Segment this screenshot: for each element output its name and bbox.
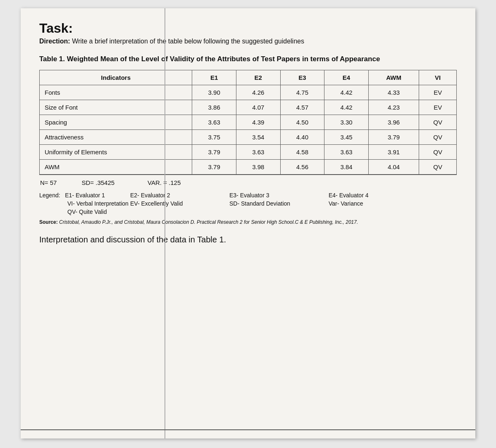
col-header-e4: E4	[324, 70, 369, 85]
source-label: Source:	[39, 219, 59, 225]
cell-r3-c4: 3.45	[324, 129, 369, 144]
cell-r5-c6: QV	[419, 159, 457, 175]
page: Task: Direction: Write a brief interpret…	[21, 8, 475, 438]
direction-text: Direction: Write a brief interpretation …	[39, 38, 457, 45]
cell-r2-c1: 3.63	[192, 115, 236, 129]
stat-var: VAR. = .125	[148, 179, 181, 186]
direction-content: Write a brief interpretation of the tabl…	[72, 38, 304, 45]
cell-r0-c6: EV	[419, 85, 457, 100]
col-header-vi: VI	[419, 70, 457, 85]
table-row: AWM3.793.984.563.844.04QV	[40, 159, 457, 175]
cell-r0-c4: 4.42	[324, 85, 369, 100]
table-title: Table 1. Weighted Mean of the Level of V…	[39, 54, 457, 64]
source-text: Source: Cristobal, Amaudio P.Jr., and Cr…	[39, 219, 457, 225]
cell-r0-c2: 4.26	[236, 85, 280, 100]
table-header-row: Indicators E1 E2 E3 E4 AWM VI	[40, 70, 457, 85]
cell-r1-c4: 4.42	[324, 100, 369, 115]
legend-row-2: VI- Verbal Interpretation EV- Excellentl…	[39, 200, 457, 207]
col-header-indicators: Indicators	[40, 70, 192, 85]
cell-r4-c6: QV	[419, 144, 457, 159]
legend-vi: VI- Verbal Interpretation	[39, 200, 130, 207]
cell-r2-c0: Spacing	[40, 115, 192, 129]
col-header-e3: E3	[280, 70, 324, 85]
cell-r3-c2: 3.54	[236, 129, 280, 144]
legend-section: Legend: E1- Evaluator 1 E2- Evaluator 2 …	[39, 192, 457, 215]
stat-n: N= 57	[40, 179, 57, 186]
cell-r5-c3: 4.56	[280, 159, 324, 175]
cell-r3-c3: 4.40	[280, 129, 324, 144]
cell-r4-c5: 3.91	[368, 144, 419, 159]
col-header-e1: E1	[192, 70, 236, 85]
source-content: Cristobal, Amaudio P.Jr., and Cristobal,…	[59, 219, 358, 225]
legend-e3: E3- Evaluator 3	[229, 192, 312, 199]
cell-r5-c4: 3.84	[324, 159, 369, 175]
cell-r2-c6: QV	[419, 115, 457, 129]
cell-r0-c3: 4.75	[280, 85, 324, 100]
stats-row: N= 57 SD= .35425 VAR. = .125	[39, 179, 457, 186]
cell-r5-c2: 3.98	[236, 159, 280, 175]
table-row: Fonts3.904.264.754.424.33EV	[40, 85, 457, 100]
cell-r1-c3: 4.57	[280, 100, 324, 115]
legend-e4: E4- Evaluator 4	[329, 192, 411, 199]
legend-sd: SD- Standard Deviation	[229, 200, 312, 207]
cell-r5-c1: 3.79	[192, 159, 236, 175]
cell-r4-c3: 4.58	[280, 144, 324, 159]
cell-r4-c1: 3.79	[192, 144, 236, 159]
table-row: Spacing3.634.394.503.303.96QV	[40, 115, 457, 129]
cell-r2-c5: 3.96	[368, 115, 419, 129]
col-header-e2: E2	[236, 70, 280, 85]
col-header-awm: AWM	[368, 70, 419, 85]
legend-row-1: Legend: E1- Evaluator 1 E2- Evaluator 2 …	[39, 192, 457, 199]
direction-label: Direction:	[39, 38, 70, 45]
cell-r5-c5: 4.04	[368, 159, 419, 175]
legend-ev: EV- Excellently Valid	[130, 200, 213, 207]
cell-r1-c1: 3.86	[192, 100, 236, 115]
main-table: Indicators E1 E2 E3 E4 AWM VI Fonts3.904…	[39, 70, 457, 175]
cell-r3-c1: 3.75	[192, 129, 236, 144]
stat-sd: SD= .35425	[81, 179, 114, 186]
legend-var: Var- Variance	[329, 200, 411, 207]
cell-r4-c0: Uniformity of Elements	[40, 144, 192, 159]
bottom-line	[21, 429, 475, 430]
cell-r1-c5: 4.23	[368, 100, 419, 115]
legend-qv: QV- Quite Valid	[39, 208, 130, 215]
table-row: Attractiveness3.753.544.403.453.79QV	[40, 129, 457, 144]
cell-r3-c5: 3.79	[368, 129, 419, 144]
cell-r3-c6: QV	[419, 129, 457, 144]
task-title: Task:	[39, 21, 457, 36]
cell-r0-c5: 4.33	[368, 85, 419, 100]
cell-r1-c2: 4.07	[236, 100, 280, 115]
table-row: Size of Font3.864.074.574.424.23EV	[40, 100, 457, 115]
cell-r0-c1: 3.90	[192, 85, 236, 100]
legend-e2: E2- Evaluator 2	[130, 192, 213, 199]
cell-r2-c2: 4.39	[236, 115, 280, 129]
cell-r2-c3: 4.50	[280, 115, 324, 129]
cell-r4-c2: 3.63	[236, 144, 280, 159]
cell-r1-c0: Size of Font	[40, 100, 192, 115]
legend-label: Legend: E1- Evaluator 1	[39, 192, 130, 199]
cell-r2-c4: 3.30	[324, 115, 369, 129]
cell-r3-c0: Attractiveness	[40, 129, 192, 144]
cell-r5-c0: AWM	[40, 159, 192, 175]
table-row: Uniformity of Elements3.793.634.583.633.…	[40, 144, 457, 159]
interpretation-title: Interpretation and discussion of the dat…	[39, 235, 457, 244]
cell-r0-c0: Fonts	[40, 85, 192, 100]
cell-r4-c4: 3.63	[324, 144, 369, 159]
legend-row-3: QV- Quite Valid	[39, 208, 457, 215]
cell-r1-c6: EV	[419, 100, 457, 115]
